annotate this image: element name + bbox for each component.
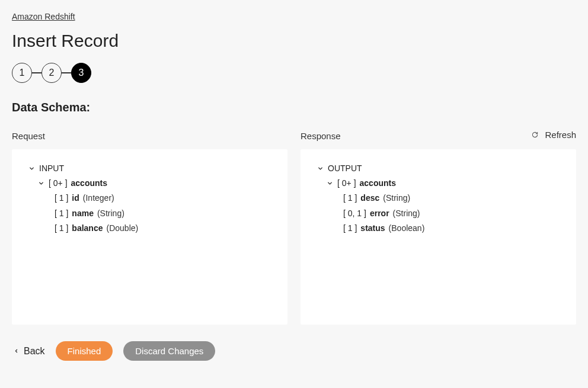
tree-name: accounts	[360, 176, 396, 191]
tree-leaf: [ 1 ] id (Integer)	[55, 191, 272, 206]
back-label: Back	[24, 346, 45, 357]
request-panel: INPUT [ 0+ ] accounts [ 1 ] id (Integer)…	[12, 149, 287, 325]
section-label: Data Schema:	[12, 101, 576, 114]
chevron-down-icon	[37, 179, 45, 188]
step-connector	[32, 72, 41, 73]
tree-root[interactable]: INPUT	[27, 161, 272, 176]
tree-card: [ 1 ]	[343, 191, 357, 206]
refresh-label: Refresh	[545, 130, 576, 140]
tree-name: status	[360, 221, 385, 236]
tree-card: [ 0+ ]	[49, 176, 68, 191]
breadcrumb-link[interactable]: Amazon Redshift	[12, 12, 75, 21]
chevron-left-icon	[12, 347, 20, 355]
tree-name: accounts	[71, 176, 107, 191]
tree-node-accounts[interactable]: [ 0+ ] accounts	[37, 176, 272, 191]
tree-name: error	[370, 206, 389, 221]
step-2[interactable]: 2	[41, 63, 62, 83]
page-title: Insert Record	[12, 31, 576, 51]
tree-type: (String)	[383, 191, 410, 206]
tree-root-label: INPUT	[39, 161, 64, 176]
step-3[interactable]: 3	[71, 63, 91, 83]
step-1[interactable]: 1	[12, 63, 32, 83]
tree-leaf: [ 1 ] name (String)	[55, 206, 272, 221]
tree-name: id	[72, 191, 79, 206]
tree-root-label: OUTPUT	[328, 161, 362, 176]
tree-card: [ 0, 1 ]	[343, 206, 366, 221]
tree-card: [ 1 ]	[55, 221, 68, 236]
tree-card: [ 1 ]	[55, 191, 68, 206]
tree-type: (Double)	[107, 221, 139, 236]
back-button[interactable]: Back	[12, 346, 45, 357]
tree-type: (String)	[97, 206, 124, 221]
discard-button[interactable]: Discard Changes	[123, 341, 215, 361]
step-connector	[62, 72, 71, 73]
chevron-down-icon	[316, 165, 324, 173]
tree-root[interactable]: OUTPUT	[316, 161, 561, 176]
tree-card: [ 0+ ]	[337, 176, 356, 191]
tree-name: desc	[360, 191, 379, 206]
footer-actions: Back Finished Discard Changes	[12, 341, 576, 361]
tree-type: (Boolean)	[389, 221, 425, 236]
response-panel: OUTPUT [ 0+ ] accounts [ 1 ] desc (Strin…	[301, 149, 576, 325]
tree-leaf: [ 1 ] desc (String)	[343, 191, 561, 206]
tree-name: balance	[72, 221, 103, 236]
request-header: Request	[12, 131, 287, 141]
tree-name: name	[72, 206, 94, 221]
tree-type: (String)	[393, 206, 420, 221]
tree-card: [ 1 ]	[55, 206, 68, 221]
tree-type: (Integer)	[83, 191, 114, 206]
tree-leaf: [ 0, 1 ] error (String)	[343, 206, 561, 221]
finished-button[interactable]: Finished	[56, 341, 113, 361]
refresh-button[interactable]: Refresh	[531, 130, 576, 140]
tree-leaf: [ 1 ] status (Boolean)	[343, 221, 561, 236]
tree-leaf: [ 1 ] balance (Double)	[55, 221, 272, 236]
chevron-down-icon	[325, 179, 334, 188]
refresh-icon	[531, 131, 539, 139]
chevron-down-icon	[27, 165, 36, 173]
tree-card: [ 1 ]	[343, 221, 357, 236]
step-indicator: 1 2 3	[12, 63, 576, 83]
tree-node-accounts[interactable]: [ 0+ ] accounts	[325, 176, 561, 191]
